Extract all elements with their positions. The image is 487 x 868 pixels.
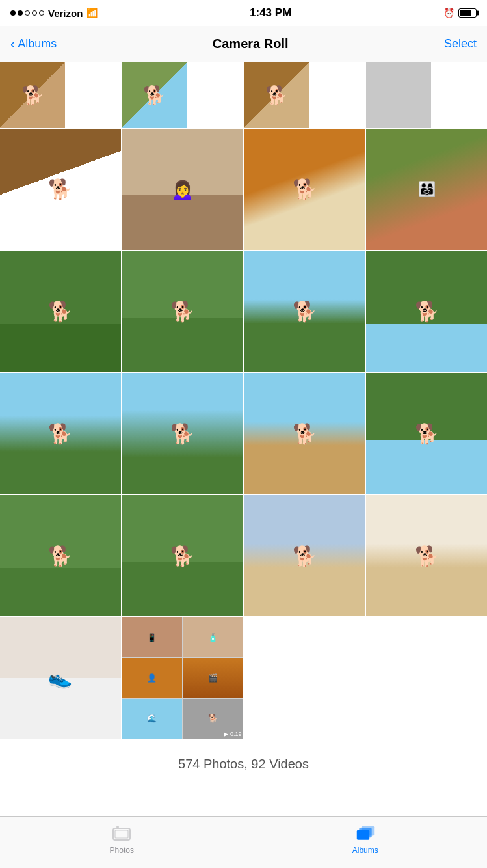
photo-cell[interactable]: 🐕 bbox=[244, 129, 365, 250]
status-time: 1:43 PM bbox=[250, 7, 291, 20]
photo-cell[interactable]: 🐕 bbox=[0, 129, 121, 250]
tab-albums[interactable]: Albums bbox=[244, 824, 488, 855]
photo-grid: 🐕 🐕 🐕 🐕 🙍‍♀️ 🐕 👨‍👩‍👧 🐕 🐕 🐕 🐕 🐕 🐕 bbox=[0, 62, 487, 739]
svg-point-2 bbox=[116, 826, 119, 828]
nav-bar: ‹ Albums Camera Roll Select bbox=[0, 26, 487, 62]
albums-tab-icon bbox=[356, 824, 375, 843]
photo-cell[interactable]: 🐕 bbox=[122, 62, 187, 128]
signal-dot-1 bbox=[10, 10, 16, 16]
photo-cell[interactable]: 🐕 bbox=[122, 251, 243, 372]
back-label: Albums bbox=[18, 37, 57, 51]
wifi-icon: 📶 bbox=[86, 8, 98, 18]
status-bar: Verizon 📶 1:43 PM ⏰ bbox=[0, 0, 487, 26]
albums-tab-label: Albums bbox=[352, 846, 378, 855]
photo-collage-cell[interactable]: 📱 🧴 👤 ▶ 0:19 🎬 🌊 🐕 bbox=[122, 617, 243, 739]
tab-photos[interactable]: Photos bbox=[0, 824, 244, 855]
photo-cell[interactable]: 🐕 bbox=[244, 62, 309, 128]
signal-dot-4 bbox=[32, 10, 37, 16]
photo-cell[interactable]: 🐕 bbox=[244, 495, 365, 616]
photos-tab-label: Photos bbox=[110, 846, 134, 855]
photo-cell[interactable]: 🐕 bbox=[122, 495, 243, 616]
photo-cell[interactable]: 🐕 bbox=[366, 495, 487, 616]
photo-cell[interactable]: 🐕 bbox=[122, 373, 243, 495]
photo-cell[interactable]: 🙍‍♀️ bbox=[122, 129, 243, 250]
photo-cell[interactable]: 🐕 bbox=[244, 251, 365, 372]
photo-cell-empty bbox=[366, 617, 487, 739]
signal-dot-3 bbox=[25, 10, 30, 16]
signal-dot-5 bbox=[39, 10, 44, 16]
svg-rect-5 bbox=[362, 826, 374, 835]
page-title: Camera Roll bbox=[213, 36, 289, 51]
signal-dots bbox=[10, 10, 44, 16]
photo-count: 574 Photos, 92 Videos bbox=[0, 739, 487, 785]
carrier-label: Verizon bbox=[48, 8, 83, 19]
photos-tab-icon bbox=[112, 824, 131, 843]
photo-cell[interactable]: 👨‍👩‍👧 bbox=[366, 129, 487, 250]
select-button[interactable]: Select bbox=[444, 37, 477, 51]
photo-cell[interactable]: 🐕 bbox=[244, 373, 365, 495]
photo-cell[interactable]: 🐕 bbox=[0, 62, 65, 128]
back-chevron-icon: ‹ bbox=[10, 37, 15, 51]
photo-cell[interactable]: 👟 bbox=[0, 617, 121, 739]
battery-icon bbox=[458, 8, 477, 18]
photo-cell[interactable]: 🐕 bbox=[0, 373, 121, 495]
signal-dot-2 bbox=[18, 10, 23, 16]
svg-rect-1 bbox=[115, 830, 128, 838]
status-left: Verizon 📶 bbox=[10, 8, 98, 19]
tab-bar: Photos Albums bbox=[0, 816, 487, 868]
photo-cell[interactable]: 🐕 bbox=[0, 495, 121, 616]
photo-cell[interactable]: 🐕 bbox=[366, 251, 487, 372]
photo-cell[interactable]: 🐕 bbox=[0, 251, 121, 372]
back-button[interactable]: ‹ Albums bbox=[10, 37, 57, 51]
photo-cell[interactable]: 🐕 bbox=[366, 373, 487, 495]
status-right: ⏰ bbox=[443, 8, 477, 18]
photo-cell-empty bbox=[244, 617, 365, 739]
photo-cell[interactable] bbox=[366, 62, 431, 128]
alarm-icon: ⏰ bbox=[443, 8, 454, 18]
